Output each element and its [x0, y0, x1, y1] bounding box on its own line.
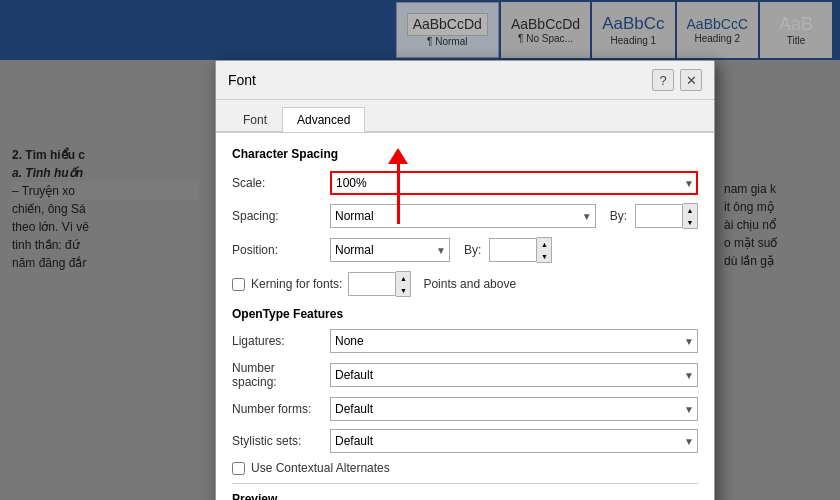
scale-label: Scale:	[232, 176, 322, 190]
dialog-help-button[interactable]: ?	[652, 69, 674, 91]
position-by-label: By:	[464, 243, 481, 257]
stylistic-sets-select-wrapper: Default ▼	[330, 429, 698, 453]
number-forms-label: Number forms:	[232, 402, 322, 416]
number-forms-row: Number forms: Default ▼	[232, 397, 698, 421]
tab-advanced[interactable]: Advanced	[282, 107, 365, 132]
ligatures-row: Ligatures: None ▼	[232, 329, 698, 353]
stylistic-sets-label: Stylistic sets:	[232, 434, 322, 448]
tab-font[interactable]: Font	[228, 107, 282, 132]
position-spin-up[interactable]: ▲	[537, 238, 551, 250]
number-spacing-label: Number spacing:	[232, 361, 322, 389]
stylistic-sets-select[interactable]: Default	[330, 429, 698, 453]
kerning-spin-down[interactable]: ▼	[396, 284, 410, 296]
stylistic-sets-row: Stylistic sets: Default ▼	[232, 429, 698, 453]
font-dialog: Font ? ✕ Font Advanced Character Spacing…	[215, 60, 715, 500]
ligatures-select[interactable]: None	[330, 329, 698, 353]
number-forms-select[interactable]: Default	[330, 397, 698, 421]
kerning-input-wrapper: ▲ ▼	[348, 271, 411, 297]
ligatures-label: Ligatures:	[232, 334, 322, 348]
dialog-titlebar: Font ? ✕	[216, 61, 714, 100]
spacing-row: Spacing: Normal ▼ By: ▲ ▼	[232, 203, 698, 229]
position-by-input[interactable]	[489, 238, 537, 262]
preview-section: Preview Truyện xoá... nhà... ôi... Chúa.…	[232, 483, 698, 500]
kerning-input[interactable]	[348, 272, 396, 296]
spacing-select[interactable]: Normal	[330, 204, 596, 228]
contextual-row: Use Contextual Alternates	[232, 461, 698, 475]
character-spacing-label: Character Spacing	[232, 147, 698, 161]
dialog-title: Font	[228, 72, 256, 88]
contextual-label: Use Contextual Alternates	[251, 461, 390, 475]
kerning-spin-up[interactable]: ▲	[396, 272, 410, 284]
number-spacing-select-wrapper: Default ▼	[330, 363, 698, 387]
kerning-label: Kerning for fonts:	[251, 277, 342, 291]
kerning-spinners: ▲ ▼	[396, 271, 411, 297]
spacing-spin-down[interactable]: ▼	[683, 216, 697, 228]
contextual-checkbox[interactable]	[232, 462, 245, 475]
position-select[interactable]: Normal	[330, 238, 450, 262]
spacing-label: Spacing:	[232, 209, 322, 223]
scale-select[interactable]: 100%	[330, 171, 698, 195]
scale-row: Scale: 100% ▼	[232, 171, 698, 195]
scale-select-wrapper: 100% ▼	[330, 171, 698, 195]
position-spinners: ▲ ▼	[537, 237, 552, 263]
spacing-by-label: By:	[610, 209, 627, 223]
kerning-row: Kerning for fonts: ▲ ▼ Points and above	[232, 271, 698, 297]
spacing-by-input[interactable]	[635, 204, 683, 228]
spacing-select-wrapper: Normal ▼	[330, 204, 596, 228]
opentype-label: OpenType Features	[232, 307, 698, 321]
ligatures-select-wrapper: None ▼	[330, 329, 698, 353]
kerning-points-label: Points and above	[423, 277, 516, 291]
kerning-checkbox[interactable]	[232, 278, 245, 291]
dialog-controls: ? ✕	[652, 69, 702, 91]
dialog-close-button[interactable]: ✕	[680, 69, 702, 91]
dialog-tabs: Font Advanced	[216, 100, 714, 132]
spacing-spin-up[interactable]: ▲	[683, 204, 697, 216]
number-forms-select-wrapper: Default ▼	[330, 397, 698, 421]
spacing-by-input-wrapper: ▲ ▼	[635, 203, 698, 229]
position-by-input-wrapper: ▲ ▼	[489, 237, 552, 263]
number-spacing-select[interactable]: Default	[330, 363, 698, 387]
preview-label: Preview	[232, 492, 698, 500]
position-row: Position: Normal ▼ By: ▲ ▼	[232, 237, 698, 263]
position-select-wrapper: Normal ▼	[330, 238, 450, 262]
spacing-spinners: ▲ ▼	[683, 203, 698, 229]
dialog-body: Character Spacing Scale: 100% ▼ Spacing:…	[216, 132, 714, 500]
position-spin-down[interactable]: ▼	[537, 250, 551, 262]
number-spacing-row: Number spacing: Default ▼	[232, 361, 698, 389]
position-label: Position:	[232, 243, 322, 257]
